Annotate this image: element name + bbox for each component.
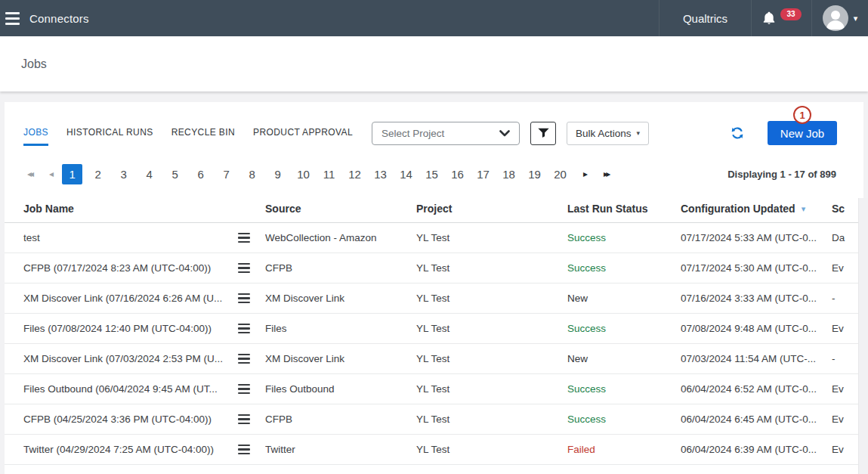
notifications-button[interactable]: 33 [751,0,811,36]
bell-icon [761,11,777,26]
job-project: YL Test [416,353,567,364]
page-button-10[interactable]: 10 [293,164,314,184]
table-row[interactable]: CFPB (04/25/2024 3:36 PM (UTC-04:00)) CF… [5,404,863,435]
refresh-button[interactable] [731,126,744,140]
job-source: CFPB [265,262,416,274]
job-status: Success [567,414,681,425]
annotation-marker-1: 1 [793,106,811,124]
column-header-job-name[interactable]: Job Name [23,203,265,215]
page-button-12[interactable]: 12 [344,164,365,184]
row-menu-icon[interactable] [238,445,252,454]
page-button-15[interactable]: 15 [422,164,442,184]
first-page-icon[interactable]: ◂◂ [27,169,34,179]
column-header-source[interactable]: Source [265,203,416,215]
job-project: YL Test [416,232,567,243]
job-name: Files Outbound (06/04/2024 9:45 AM (UT..… [23,383,238,395]
menu-icon[interactable] [0,0,27,36]
job-name: Twitter (04/29/2024 7:25 AM (UTC-04:00)) [23,444,238,455]
project-select-dropdown[interactable]: Select Project [372,122,520,145]
table-body: test WebCollection - Amazon YL Test Succ… [5,223,863,465]
page-button-20[interactable]: 20 [550,164,570,184]
row-menu-icon[interactable] [238,324,252,333]
page-button-11[interactable]: 11 [319,164,339,184]
table-row[interactable]: Twitter (04/29/2024 7:25 AM (UTC-04:00))… [5,435,863,465]
row-menu-icon[interactable] [238,263,252,273]
table-row[interactable]: CFPB (07/17/2024 8:23 AM (UTC-04:00)) CF… [5,253,863,283]
brand-menu[interactable]: Qualtrics [659,0,751,36]
job-source: WebCollection - Amazon [265,232,416,243]
page-button-1[interactable]: 1 [62,164,82,184]
row-menu-icon[interactable] [238,354,252,364]
job-project: YL Test [416,383,567,395]
account-menu[interactable]: ▾ [811,0,868,36]
table-row[interactable]: XM Discover Link (07/03/2024 2:53 PM (U.… [5,344,863,374]
column-header-last-run-status[interactable]: Last Run Status [567,203,681,215]
vertical-scrollbar-track[interactable] [858,198,868,474]
page-button-6[interactable]: 6 [190,164,211,184]
page-button-3[interactable]: 3 [113,164,134,184]
table-row[interactable]: test WebCollection - Amazon YL Test Succ… [5,223,863,253]
page-button-4[interactable]: 4 [139,164,159,184]
page-button-2[interactable]: 2 [88,164,108,184]
jobs-content-card: JOBS HISTORICAL RUNS RECYCLE BIN PRODUCT… [5,102,863,474]
table-row[interactable]: XM Discover Link (07/16/2024 6:26 AM (U.… [5,283,863,314]
job-source: XM Discover Link [265,353,416,364]
filter-button[interactable] [530,122,556,145]
job-status: Success [567,383,681,395]
column-header-project[interactable]: Project [416,203,567,215]
page-button-5[interactable]: 5 [165,164,185,184]
next-page-icon[interactable]: ▸ [583,169,588,179]
new-job-wrap: 1 New Job [768,121,837,145]
job-status: Failed [567,444,681,455]
job-status: New [567,353,681,364]
filter-funnel-icon [537,127,550,139]
page-list: 1234567891011121314151617181920 [62,164,576,184]
job-status: Success [567,232,681,243]
job-source: Twitter [265,444,416,455]
table-row[interactable]: Files (07/08/2024 12:40 PM (UTC-04:00)) … [5,314,863,344]
toolbar: JOBS HISTORICAL RUNS RECYCLE BIN PRODUCT… [5,102,863,145]
job-updated: 07/16/2024 3:33 AM (UTC-0... [681,293,832,304]
page-button-19[interactable]: 19 [524,164,545,184]
row-menu-icon[interactable] [238,233,252,243]
project-select-value: Select Project [381,128,499,139]
page-button-18[interactable]: 18 [499,164,519,184]
tab-historical-runs[interactable]: HISTORICAL RUNS [66,127,153,139]
page-header: Jobs [0,36,868,91]
job-project: YL Test [416,323,567,334]
tab-product-approval[interactable]: PRODUCT APPROVAL [253,127,353,139]
job-name: CFPB (04/25/2024 3:36 PM (UTC-04:00)) [23,414,238,425]
job-updated: 06/04/2024 6:52 AM (UTC-0... [681,383,832,395]
job-project: YL Test [416,262,567,274]
chevron-down-icon: ▾ [854,14,858,23]
row-menu-icon[interactable] [238,384,252,394]
notification-count-badge: 33 [780,8,801,20]
avatar [823,5,848,31]
table-row[interactable]: Files Outbound (06/04/2024 9:45 AM (UT..… [5,374,863,404]
job-updated: 07/17/2024 5:33 AM (UTC-0... [681,232,832,243]
page-title: Jobs [21,57,47,71]
row-menu-icon[interactable] [238,414,252,424]
page-button-14[interactable]: 14 [396,164,416,184]
page-button-13[interactable]: 13 [370,164,391,184]
page-button-16[interactable]: 16 [447,164,468,184]
tab-recycle-bin[interactable]: RECYCLE BIN [171,127,235,139]
top-navigation-bar: Connectors Qualtrics 33 ▾ [0,0,868,36]
page-button-9[interactable]: 9 [267,164,288,184]
job-updated: 06/04/2024 6:39 AM (UTC-0... [681,444,832,455]
new-job-button[interactable]: New Job [768,121,837,145]
table-header-row: Job Name Source Project Last Run Status … [5,195,863,223]
row-menu-icon[interactable] [238,293,252,303]
page-button-17[interactable]: 17 [473,164,493,184]
page-button-7[interactable]: 7 [216,164,236,184]
bulk-actions-dropdown[interactable]: Bulk Actions ▾ [567,122,649,145]
refresh-icon [731,126,744,140]
last-page-icon[interactable]: ▸▸ [604,169,610,179]
job-name: XM Discover Link (07/16/2024 6:26 AM (U.… [23,293,238,304]
previous-page-icon[interactable]: ◂ [49,169,54,179]
tab-jobs[interactable]: JOBS [23,127,48,139]
page-button-8[interactable]: 8 [242,164,262,184]
job-project: YL Test [416,414,567,425]
tab-bar: JOBS HISTORICAL RUNS RECYCLE BIN PRODUCT… [23,127,353,139]
column-header-configuration-updated[interactable]: Configuration Updated ▾ [681,203,832,215]
